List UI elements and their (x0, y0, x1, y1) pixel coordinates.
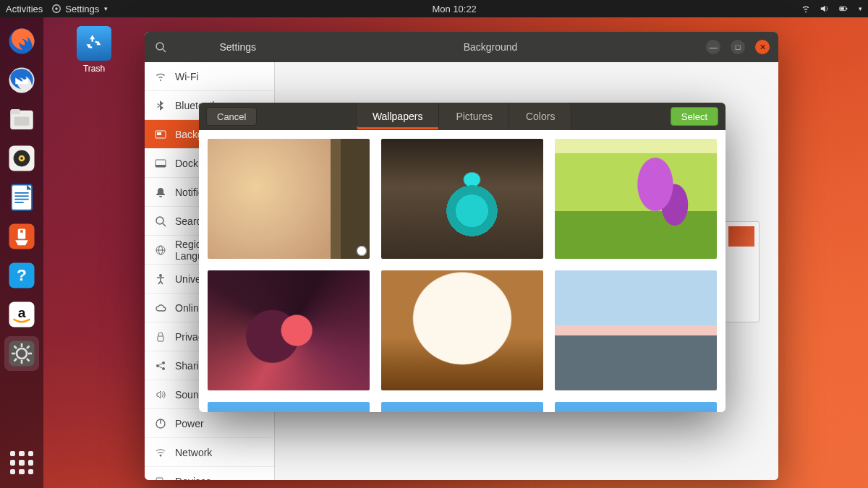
titlebar[interactable]: Settings Background — □ ✕ (145, 32, 778, 62)
background-preview-swatch (728, 226, 754, 247)
recycle-icon (84, 33, 104, 53)
svg-rect-19 (14, 202, 23, 203)
sidebar-item-devices[interactable]: Devices› (145, 467, 274, 480)
dock-help[interactable]: ? (4, 258, 39, 293)
clock[interactable]: Mon 10:22 (108, 4, 801, 14)
network-icon (155, 447, 166, 458)
svg-rect-9 (14, 117, 30, 126)
tab-colors[interactable]: Colors (509, 103, 571, 130)
wallpaper-thumb[interactable] (381, 270, 543, 390)
access-icon (155, 273, 166, 285)
desktop-trash[interactable]: Trash (71, 26, 117, 74)
svg-text:a: a (18, 305, 26, 320)
sound-icon (155, 389, 166, 401)
battery-icon (838, 4, 848, 14)
system-tray[interactable]: ▾ (801, 4, 862, 14)
svg-point-1 (56, 7, 59, 10)
sidebar-item-wi-fi[interactable]: Wi-Fi (145, 62, 274, 91)
cancel-button[interactable]: Cancel (206, 107, 257, 126)
wallpaper-thumb[interactable] (208, 139, 370, 259)
svg-point-42 (156, 217, 163, 224)
tab-wallpapers[interactable]: Wallpapers (356, 103, 440, 130)
search-icon (155, 215, 166, 227)
dock-files[interactable] (4, 102, 39, 137)
svg-rect-41 (156, 165, 166, 167)
sidebar-item-label: Network (175, 447, 212, 458)
sidebar-item-label: Dock (175, 158, 198, 169)
background-icon (155, 129, 166, 140)
svg-point-51 (162, 367, 165, 370)
picker-body[interactable] (199, 130, 726, 412)
dock-amazon[interactable]: a (4, 297, 39, 332)
share-icon (155, 360, 166, 372)
svg-point-49 (156, 364, 159, 367)
window-maximize-button[interactable]: □ (731, 40, 745, 54)
app-menu[interactable]: Settings ▾ (51, 4, 108, 14)
svg-point-13 (20, 157, 23, 160)
window-close-button[interactable]: ✕ (755, 40, 770, 54)
svg-rect-48 (158, 336, 163, 341)
sidebar-item-label: Wi-Fi (175, 71, 199, 82)
dock-libreoffice-writer[interactable] (4, 180, 39, 215)
svg-text:?: ? (17, 265, 27, 284)
settings-icon (51, 4, 61, 14)
svg-line-43 (163, 223, 166, 226)
tab-pictures[interactable]: Pictures (439, 103, 509, 130)
dock-settings[interactable] (4, 336, 39, 371)
dock-thunderbird[interactable] (4, 63, 39, 98)
dock: ? a (0, 17, 43, 488)
svg-rect-3 (846, 8, 847, 10)
svg-rect-16 (14, 192, 28, 194)
chevron-right-icon: › (261, 476, 264, 481)
svg-rect-4 (841, 7, 844, 10)
svg-rect-18 (14, 199, 28, 200)
sidebar-item-network[interactable]: Network (145, 438, 274, 467)
desktop-trash-label: Trash (71, 64, 117, 74)
sidebar-item-power[interactable]: Power (145, 409, 274, 438)
dock-firefox[interactable] (4, 24, 39, 59)
bell-icon (155, 187, 166, 198)
wallpaper-thumb[interactable] (208, 402, 370, 412)
svg-rect-39 (157, 132, 161, 135)
svg-point-50 (162, 361, 165, 364)
activities-button[interactable]: Activities (6, 4, 43, 14)
wallpaper-picker-dialog: Cancel WallpapersPicturesColors Select (199, 103, 726, 412)
network-icon (801, 4, 811, 14)
select-button[interactable]: Select (671, 107, 718, 126)
wallpaper-thumb[interactable] (208, 270, 370, 390)
window-title: Background (275, 41, 706, 53)
wallpaper-thumb[interactable] (555, 402, 717, 412)
dock-rhythmbox[interactable] (4, 141, 39, 176)
search-icon[interactable] (155, 41, 166, 53)
window-minimize-button[interactable]: — (706, 40, 720, 54)
svg-point-47 (159, 274, 162, 277)
svg-line-37 (163, 49, 166, 52)
show-applications-button[interactable] (7, 448, 37, 478)
power-icon (155, 418, 166, 429)
picker-tabs: WallpapersPicturesColors (263, 103, 664, 130)
volume-icon (820, 4, 830, 14)
wallpaper-thumb[interactable] (381, 139, 543, 259)
devices-icon (155, 476, 166, 481)
background-preview-card (723, 221, 760, 322)
sidebar-item-label: Power (175, 418, 204, 429)
svg-rect-55 (156, 478, 163, 481)
wallpaper-thumb[interactable] (381, 402, 543, 412)
cloud-icon (155, 302, 166, 314)
globe-icon (155, 244, 166, 256)
svg-rect-17 (14, 195, 28, 197)
wallpaper-thumb[interactable] (555, 139, 717, 259)
bluetooth-icon (155, 100, 166, 111)
dock-software[interactable] (4, 219, 39, 254)
picker-headerbar: Cancel WallpapersPicturesColors Select (199, 103, 726, 130)
lock-icon (155, 331, 166, 343)
sidebar-title: Settings (219, 41, 256, 53)
top-bar: Activities Settings ▾ Mon 10:22 ▾ (0, 0, 868, 17)
sidebar-item-label: Devices (175, 476, 211, 481)
dock-icon (155, 158, 166, 169)
chevron-down-icon: ▾ (859, 5, 862, 12)
app-menu-label: Settings (65, 4, 99, 14)
svg-rect-8 (10, 109, 20, 114)
wifi-icon (155, 71, 166, 82)
wallpaper-thumb[interactable] (555, 270, 717, 390)
